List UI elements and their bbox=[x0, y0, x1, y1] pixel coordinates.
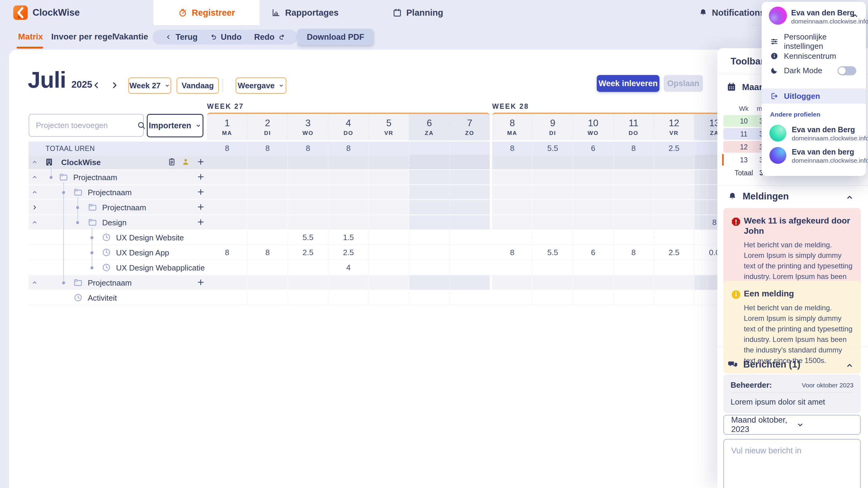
row-label[interactable]: Activiteit bbox=[29, 290, 207, 305]
hour-cell[interactable] bbox=[492, 290, 532, 305]
hour-cell[interactable] bbox=[532, 275, 573, 290]
profile-item[interactable]: Eva van den bergdomeinnaam.clockwise.inf… bbox=[762, 146, 866, 166]
hour-cell[interactable]: 2.5 bbox=[654, 245, 694, 260]
tab-registreer[interactable]: Registreer bbox=[153, 0, 259, 25]
hour-cell[interactable] bbox=[614, 155, 654, 169]
hour-cell[interactable] bbox=[288, 155, 328, 169]
hour-cell[interactable] bbox=[247, 230, 288, 245]
hour-cell[interactable] bbox=[573, 230, 613, 245]
hour-cell[interactable] bbox=[207, 155, 247, 169]
hour-cell[interactable]: 2.5 bbox=[328, 245, 369, 260]
hour-cell[interactable] bbox=[247, 200, 288, 215]
hour-cell[interactable] bbox=[614, 185, 654, 199]
view-tab-matrix[interactable]: Matrix bbox=[18, 26, 43, 48]
hour-cell[interactable] bbox=[573, 290, 613, 305]
collapse-chevron-icon[interactable] bbox=[31, 158, 38, 166]
hour-cell[interactable] bbox=[532, 290, 573, 305]
collapse-chevron-icon[interactable] bbox=[31, 189, 38, 196]
hour-cell[interactable]: 5.5 bbox=[288, 230, 328, 245]
hour-cell[interactable] bbox=[492, 200, 532, 215]
hour-cell[interactable] bbox=[614, 200, 654, 215]
hour-cell[interactable]: 8 bbox=[247, 245, 288, 260]
hour-cell[interactable]: 8 bbox=[614, 245, 654, 260]
hour-cell[interactable] bbox=[207, 260, 247, 275]
hour-cell[interactable] bbox=[450, 230, 490, 245]
hour-cell[interactable] bbox=[614, 275, 654, 290]
plus-button[interactable] bbox=[196, 218, 206, 227]
view-tab-invoer[interactable]: Invoer per regel bbox=[51, 26, 115, 48]
hour-cell[interactable] bbox=[369, 215, 409, 230]
hour-cell[interactable] bbox=[207, 170, 247, 184]
hour-cell[interactable] bbox=[369, 230, 409, 245]
hour-cell[interactable] bbox=[247, 170, 288, 184]
hour-cell[interactable] bbox=[288, 260, 328, 275]
hour-cell[interactable]: 1.5 bbox=[328, 230, 369, 245]
row-label[interactable]: Design bbox=[29, 215, 207, 230]
hour-cell[interactable] bbox=[409, 290, 450, 305]
hour-cell[interactable] bbox=[654, 185, 694, 199]
brand[interactable]: ClockWise bbox=[13, 0, 80, 25]
hour-cell[interactable] bbox=[288, 275, 328, 290]
hour-cell[interactable] bbox=[247, 155, 288, 169]
hour-cell[interactable]: 6 bbox=[573, 245, 613, 260]
tab-rapportages[interactable]: Rapportages bbox=[262, 0, 347, 25]
hour-cell[interactable] bbox=[207, 275, 247, 290]
hour-cell[interactable] bbox=[654, 155, 694, 169]
row-label[interactable]: UX Design App bbox=[29, 245, 207, 260]
hour-cell[interactable] bbox=[532, 230, 573, 245]
hour-cell[interactable] bbox=[409, 245, 450, 260]
hour-cell[interactable] bbox=[409, 200, 450, 215]
hour-cell[interactable] bbox=[207, 230, 247, 245]
hour-cell[interactable] bbox=[369, 275, 409, 290]
hour-cell[interactable]: 2.5 bbox=[288, 245, 328, 260]
save-button[interactable]: Opslaan bbox=[664, 75, 703, 92]
collapse-chevron-icon[interactable] bbox=[31, 173, 38, 181]
hour-cell[interactable] bbox=[654, 200, 694, 215]
berichten-collapse-button[interactable] bbox=[845, 361, 854, 370]
tab-planning[interactable]: Planning bbox=[383, 0, 452, 25]
hour-cell[interactable] bbox=[614, 230, 654, 245]
hour-cell[interactable] bbox=[450, 275, 490, 290]
hour-cell[interactable] bbox=[207, 200, 247, 215]
hour-cell[interactable] bbox=[492, 260, 532, 275]
row-label[interactable]: UX Design Website bbox=[29, 230, 207, 245]
hour-cell[interactable] bbox=[369, 290, 409, 305]
hour-cell[interactable] bbox=[207, 215, 247, 230]
view-tab-vakantie[interactable]: Vakantie bbox=[114, 26, 148, 48]
hour-cell[interactable] bbox=[409, 155, 450, 169]
hour-cell[interactable] bbox=[369, 260, 409, 275]
hour-cell[interactable] bbox=[532, 200, 573, 215]
import-button[interactable]: Importeren bbox=[147, 114, 204, 137]
hour-cell[interactable] bbox=[369, 170, 409, 184]
hour-cell[interactable] bbox=[492, 170, 532, 184]
row-label[interactable]: ClockWise bbox=[29, 155, 207, 169]
today-button[interactable]: Vandaag bbox=[177, 77, 219, 94]
plus-button[interactable] bbox=[196, 202, 206, 212]
new-message-input[interactable] bbox=[724, 440, 860, 488]
menu-item-kenniscentrum[interactable]: Kenniscentrum bbox=[762, 49, 866, 63]
hour-cell[interactable] bbox=[288, 290, 328, 305]
hour-cell[interactable] bbox=[450, 215, 490, 230]
hour-cell[interactable] bbox=[450, 185, 490, 199]
download-pdf-button[interactable]: Download PDF bbox=[298, 29, 373, 45]
hour-cell[interactable]: 8 bbox=[207, 245, 247, 260]
hour-cell[interactable] bbox=[450, 245, 490, 260]
hour-cell[interactable]: 4 bbox=[328, 260, 369, 275]
hour-cell[interactable]: 8 bbox=[492, 245, 532, 260]
hour-cell[interactable] bbox=[328, 275, 369, 290]
profile-item[interactable]: Eva van den Bergdomeinnaam.clockwise.inf… bbox=[762, 124, 866, 144]
hour-cell[interactable] bbox=[654, 170, 694, 184]
hour-cell[interactable] bbox=[450, 260, 490, 275]
person-icon[interactable] bbox=[181, 157, 191, 167]
logout-button[interactable]: Uitloggen bbox=[762, 89, 866, 104]
view-select[interactable]: Weergave bbox=[236, 77, 286, 94]
row-label[interactable]: Projectnaam bbox=[29, 200, 207, 215]
hour-cell[interactable] bbox=[328, 185, 369, 199]
hour-cell[interactable] bbox=[573, 275, 613, 290]
hour-cell[interactable] bbox=[573, 185, 613, 199]
hour-cell[interactable] bbox=[532, 215, 573, 230]
hour-cell[interactable] bbox=[247, 260, 288, 275]
dark-mode-toggle[interactable] bbox=[838, 66, 856, 75]
hour-cell[interactable] bbox=[532, 185, 573, 199]
hour-cell[interactable] bbox=[247, 275, 288, 290]
